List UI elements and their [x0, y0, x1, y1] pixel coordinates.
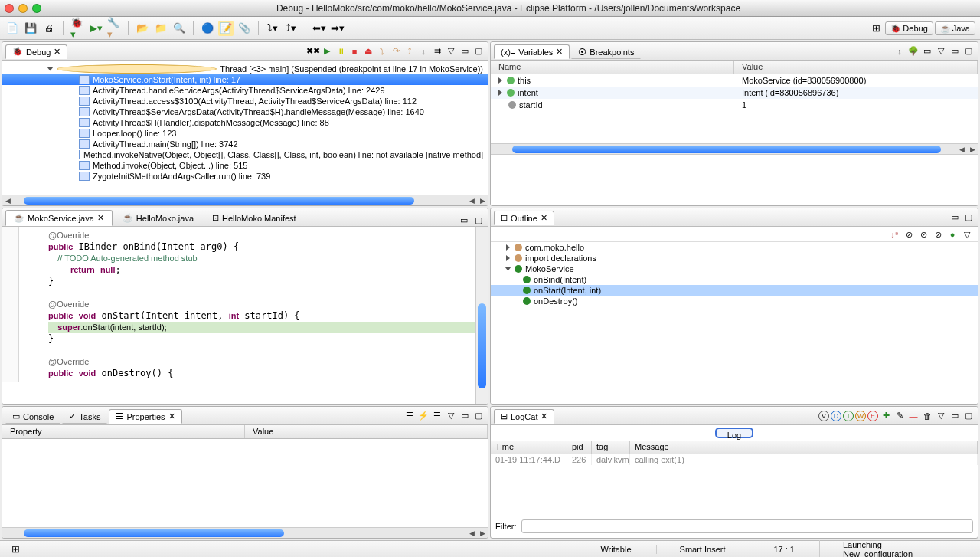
- forward-icon[interactable]: ➡▾: [330, 21, 345, 36]
- log-button[interactable]: Log: [715, 428, 753, 438]
- outline-tree[interactable]: com.moko.helloimport declarationsMokoSer…: [491, 242, 978, 306]
- stack-frame[interactable]: ZygoteInit$MethodAndArgsCaller.run() lin…: [2, 171, 488, 182]
- variables-table[interactable]: thisMokoService (id=830056900800)intentI…: [491, 74, 978, 143]
- collapse-all-icon[interactable]: ▭: [921, 45, 933, 57]
- logcat-table[interactable]: 01-19 11:17:44.D 226 dalvikvm calling ex…: [491, 454, 978, 468]
- outline-item[interactable]: com.moko.hello: [491, 242, 978, 253]
- clear-log-icon[interactable]: 🗑: [921, 410, 933, 422]
- view-menu-icon[interactable]: ▽: [935, 45, 947, 57]
- maximize-icon[interactable]: ▢: [962, 410, 975, 422]
- resume-icon[interactable]: ▶: [321, 45, 333, 57]
- close-tab-icon[interactable]: ✕: [97, 213, 104, 223]
- categories-icon[interactable]: ☰: [403, 410, 416, 422]
- edit-filter-icon[interactable]: ✎: [893, 410, 906, 422]
- stack-frame[interactable]: MokoService.onStart(Intent, int) line: 1…: [2, 74, 488, 85]
- editor-tab[interactable]: ☕MokoService.java ✕: [5, 210, 113, 226]
- minimize-icon[interactable]: ▭: [459, 45, 471, 57]
- editor-vscrollbar[interactable]: [475, 227, 488, 404]
- java-perspective-button[interactable]: ☕Java: [935, 21, 975, 35]
- add-filter-icon[interactable]: ✚: [880, 410, 892, 422]
- run-icon[interactable]: ▶▾: [88, 21, 103, 36]
- filter-icon[interactable]: ⚡: [417, 410, 430, 422]
- property-column-header[interactable]: Property: [2, 425, 245, 438]
- minimize-icon[interactable]: ▭: [458, 214, 470, 226]
- hide-static-icon[interactable]: ⊘: [917, 228, 929, 241]
- logcat-tab[interactable]: ⊟ LogCat ✕: [494, 409, 554, 424]
- remove-all-terminated-icon[interactable]: ✖✖: [307, 45, 319, 57]
- delete-filter-icon[interactable]: —: [907, 410, 920, 422]
- minimize-icon[interactable]: ▭: [459, 410, 471, 422]
- debug-stack-tree[interactable]: Thread [<3> main] (Suspended (breakpoint…: [2, 61, 488, 185]
- next-annotation-icon[interactable]: ⤵▾: [265, 21, 280, 36]
- log-w-icon[interactable]: W: [855, 411, 866, 421]
- props-hscrollbar[interactable]: ◀▶: [2, 527, 488, 538]
- debug-perspective-button[interactable]: 🐞Debug: [885, 21, 933, 35]
- outline-item[interactable]: onStart(Intent, int): [491, 285, 978, 296]
- print-icon[interactable]: 🖨: [41, 21, 57, 36]
- outline-tab[interactable]: ⊟ Outline ✕: [494, 211, 554, 225]
- show-type-names-icon[interactable]: ↕: [893, 45, 906, 57]
- close-tab-icon[interactable]: ✕: [541, 411, 547, 421]
- view-menu-icon[interactable]: ▽: [935, 410, 947, 422]
- tag-column-header[interactable]: tag: [592, 441, 630, 454]
- show-view-icon[interactable]: ⊞: [8, 542, 23, 557]
- external-tools-icon[interactable]: 🔧▾: [106, 21, 122, 36]
- vars-hscrollbar[interactable]: ◀▶: [491, 143, 978, 154]
- close-tab-icon[interactable]: ✕: [168, 411, 175, 421]
- maximize-icon[interactable]: ▢: [962, 45, 975, 57]
- step-into-icon[interactable]: ⤵: [376, 45, 388, 57]
- view-menu-icon[interactable]: ▽: [445, 410, 457, 422]
- stack-frame[interactable]: ActivityThread$H(Handler).dispatchMessag…: [2, 117, 488, 128]
- tasks-tab[interactable]: ✓ Tasks: [62, 409, 107, 424]
- value-column-header[interactable]: Value: [734, 61, 978, 74]
- code-editor[interactable]: @Override public IBinder onBind(Intent a…: [2, 227, 488, 382]
- view-menu-icon[interactable]: ▽: [961, 228, 973, 241]
- annotation-icon[interactable]: 📎: [237, 21, 252, 36]
- stack-frame[interactable]: ActivityThread.main(String[]) line: 3742: [2, 139, 488, 149]
- hide-fields-icon[interactable]: ⊘: [903, 228, 915, 241]
- time-column-header[interactable]: Time: [491, 441, 567, 454]
- hide-nonpublic-icon[interactable]: ⊘: [932, 228, 944, 241]
- stack-frame[interactable]: Looper.loop() line: 123: [2, 128, 488, 139]
- prev-annotation-icon[interactable]: ⤴▾: [283, 21, 299, 36]
- name-column-header[interactable]: Name: [491, 61, 734, 74]
- console-tab[interactable]: ▭ Console: [5, 409, 60, 424]
- search-icon[interactable]: 🔍: [172, 21, 187, 36]
- back-icon[interactable]: ⬅▾: [312, 21, 327, 36]
- log-e-icon[interactable]: E: [867, 411, 878, 421]
- folder-icon[interactable]: 📁: [153, 21, 168, 36]
- close-window-button[interactable]: [5, 4, 14, 13]
- maximize-icon[interactable]: ▢: [472, 45, 485, 57]
- maximize-icon[interactable]: ▢: [472, 410, 485, 422]
- log-v-icon[interactable]: V: [818, 411, 829, 421]
- stack-frame[interactable]: ActivityThread$ServiceArgsData(ActivityT…: [2, 106, 488, 117]
- suspend-icon[interactable]: ⏸: [335, 45, 347, 57]
- breakpoints-tab[interactable]: ⦿ Breakpoints: [571, 45, 641, 59]
- variables-tab[interactable]: (x)= Variables ✕: [494, 44, 570, 59]
- save-icon[interactable]: 💾: [23, 21, 38, 36]
- outline-item[interactable]: MokoService: [491, 264, 978, 274]
- drop-to-frame-icon[interactable]: ↓: [417, 45, 430, 57]
- debug-icon[interactable]: 🐞▾: [70, 21, 85, 36]
- minimize-window-button[interactable]: [18, 4, 28, 13]
- properties-table[interactable]: [2, 439, 488, 527]
- variable-row[interactable]: intentIntent (id=830056896736): [491, 87, 978, 99]
- stack-frame[interactable]: Method.invokeNative(Object, Object[], Cl…: [2, 149, 488, 160]
- stack-frame[interactable]: Method.invoke(Object, Object...) line: 5…: [2, 160, 488, 171]
- open-perspective-icon[interactable]: ⊞: [868, 21, 884, 36]
- zoom-window-button[interactable]: [32, 4, 41, 13]
- skip-breakpoints-icon[interactable]: 📝: [218, 21, 234, 36]
- outline-item[interactable]: onBind(Intent): [491, 274, 978, 285]
- terminate-icon[interactable]: ■: [348, 45, 361, 57]
- new-icon[interactable]: 📄: [5, 21, 20, 36]
- use-step-filters-icon[interactable]: ⇉: [431, 45, 443, 57]
- minimize-icon[interactable]: ▭: [949, 211, 961, 224]
- value-column-header[interactable]: Value: [245, 425, 488, 438]
- variable-row[interactable]: thisMokoService (id=830056900800): [491, 74, 978, 87]
- step-over-icon[interactable]: ↷: [390, 45, 402, 57]
- close-tab-icon[interactable]: ✕: [541, 213, 547, 223]
- view-menu-icon[interactable]: ☰: [431, 410, 443, 422]
- maximize-icon[interactable]: ▢: [472, 214, 485, 226]
- sort-icon[interactable]: ↓ᵃ: [888, 228, 900, 241]
- minimize-icon[interactable]: ▭: [949, 45, 961, 57]
